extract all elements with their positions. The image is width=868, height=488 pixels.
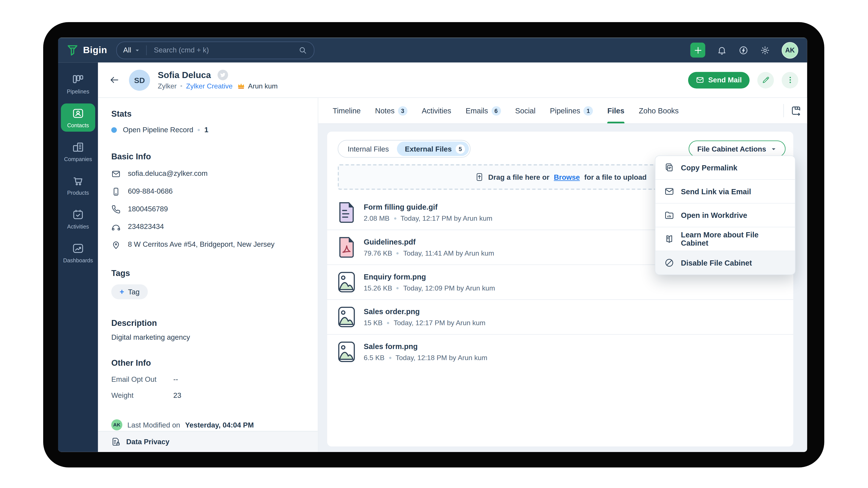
board-export-icon[interactable] — [790, 105, 802, 116]
user-avatar[interactable]: AK — [782, 42, 798, 59]
other-info-row: Email Opt Out -- — [111, 375, 305, 383]
tab-zoho-books[interactable]: Zoho Books — [639, 98, 679, 123]
account-link[interactable]: Zylker Creative — [186, 82, 232, 90]
products-cart-icon — [72, 175, 84, 187]
kebab-menu-icon — [786, 76, 794, 84]
plus-icon: + — [120, 289, 124, 295]
search-scope-label: All — [123, 46, 131, 54]
address-row[interactable]: 8 W Cerritos Ave #54, Bridgeport, New Je… — [111, 240, 305, 249]
file-detail: Today, 12:17 PM by Arun kum — [394, 319, 485, 327]
tab-label: Files — [608, 106, 625, 115]
global-search-bar[interactable]: All — [116, 41, 314, 59]
bigin-funnel-logo-icon — [66, 44, 79, 56]
file-name[interactable]: Enquiry form.png — [364, 272, 495, 281]
stats-open-pipeline-row[interactable]: Open Pipeline Record 1 — [111, 126, 305, 134]
settings-gear-icon[interactable] — [760, 45, 770, 55]
menu-item-open-in-workdrive[interactable]: Open in Workdrive — [655, 203, 795, 227]
brand[interactable]: Bigin — [58, 44, 107, 56]
edit-pencil-button[interactable] — [757, 71, 774, 88]
send-mail-button[interactable]: Send Mail — [688, 71, 749, 88]
device-frame: Bigin All AK — [43, 22, 824, 467]
dot-separator — [397, 252, 399, 254]
sidebar-item-companies[interactable]: Companies — [61, 137, 95, 165]
sidebar-item-products[interactable]: Products — [61, 171, 95, 199]
quick-add-button[interactable] — [690, 42, 705, 58]
fax-row[interactable]: 234823434 — [111, 222, 305, 232]
owner-crown-icon — [237, 82, 245, 90]
external-files-toggle[interactable]: External Files 5 — [397, 141, 469, 156]
companies-building-icon — [72, 141, 84, 153]
record-tabbar: Timeline Notes3 Activities Emails6 Socia… — [318, 98, 807, 124]
menu-item-send-link-via-email[interactable]: Send Link via Email — [655, 179, 795, 203]
menu-item-label: Learn More about File Cabinet — [681, 231, 786, 247]
updates-bolt-icon[interactable] — [739, 45, 748, 55]
dot-separator — [387, 322, 389, 324]
tab-activities[interactable]: Activities — [422, 98, 451, 123]
activities-calendar-icon — [72, 208, 84, 221]
file-row[interactable]: Sales form.png 6.5 KBToday, 12:18 PM by … — [327, 334, 794, 369]
copy-icon — [664, 163, 674, 172]
back-arrow-icon[interactable] — [109, 74, 120, 85]
mobile-row[interactable]: 609-884-0686 — [111, 187, 305, 196]
file-name[interactable]: Sales order.png — [364, 307, 485, 316]
record-owner: Arun kum — [248, 82, 278, 90]
tab-label: Timeline — [333, 106, 361, 115]
tab-pipelines[interactable]: Pipelines1 — [550, 98, 593, 123]
topbar-actions: AK — [690, 42, 807, 59]
file-cabinet-actions-button[interactable]: File Cabinet Actions — [688, 140, 785, 157]
more-options-button[interactable] — [782, 71, 798, 88]
pdf-file-icon — [337, 236, 356, 258]
menu-item-learn-more-file-cabinet[interactable]: Learn More about File Cabinet — [655, 227, 795, 251]
data-privacy-section[interactable]: Data Privacy — [98, 431, 318, 452]
stats-title: Stats — [111, 109, 305, 118]
tab-files[interactable]: Files — [608, 98, 625, 123]
field-value: -- — [173, 375, 178, 383]
tab-badge: 1 — [584, 106, 593, 115]
record-header: SD Sofia Deluca Zylker Zylker Creative — [98, 62, 807, 98]
sidebar-item-activities[interactable]: Activities — [61, 205, 95, 233]
menu-item-copy-permalink[interactable]: Copy Permalink — [655, 156, 795, 179]
tab-social[interactable]: Social — [515, 98, 536, 123]
file-row[interactable]: Sales order.png 15 KBToday, 12:17 PM by … — [327, 299, 794, 334]
sidebar-label: Activities — [67, 224, 89, 230]
search-scope-dropdown[interactable]: All — [123, 46, 140, 54]
upload-text: for a file to upload — [584, 173, 647, 181]
chevron-down-icon — [134, 47, 140, 53]
file-cabinet-actions-label: File Cabinet Actions — [697, 144, 766, 153]
email-row[interactable]: sofia.deluca@zylker.com — [111, 169, 305, 178]
file-name[interactable]: Form filling guide.gif — [364, 203, 492, 211]
pipelines-kanban-icon — [72, 73, 84, 86]
menu-item-label: Disable File Cabinet — [681, 259, 752, 267]
twitter-icon[interactable] — [218, 70, 228, 80]
tab-emails[interactable]: Emails6 — [466, 98, 501, 123]
tab-label: Notes — [375, 106, 395, 115]
file-detail: Today, 11:41 AM by Arun kum — [403, 249, 494, 257]
internal-files-toggle[interactable]: Internal Files — [339, 140, 397, 157]
tab-timeline[interactable]: Timeline — [333, 98, 361, 123]
basic-info-title: Basic Info — [111, 152, 305, 161]
menu-item-disable-file-cabinet[interactable]: Disable File Cabinet — [655, 251, 795, 274]
file-name[interactable]: Guidelines.pdf — [364, 238, 494, 246]
email-icon — [111, 169, 121, 178]
tab-badge: 3 — [398, 106, 407, 115]
search-icon[interactable] — [298, 46, 307, 55]
sidebar-item-dashboards[interactable]: Dashboards — [61, 238, 95, 267]
add-tag-button[interactable]: + Tag — [111, 285, 148, 299]
file-name[interactable]: Sales form.png — [364, 342, 487, 350]
file-detail: Today, 12:09 PM by Arun kum — [403, 284, 495, 292]
sidebar-item-contacts[interactable]: Contacts — [61, 103, 95, 132]
tabbar-divider — [783, 104, 784, 117]
phone-row[interactable]: 1800456789 — [111, 205, 305, 214]
sidebar-label: Companies — [64, 156, 92, 162]
browse-link[interactable]: Browse — [554, 173, 580, 181]
sidebar-label: Dashboards — [63, 257, 93, 263]
gif-file-icon — [337, 201, 356, 224]
sidebar-item-pipelines[interactable]: Pipelines — [61, 70, 95, 98]
file-size: 2.08 MB — [364, 215, 390, 222]
tab-notes[interactable]: Notes3 — [375, 98, 407, 123]
files-scope-toggle: Internal Files External Files 5 — [338, 140, 470, 158]
phone-value: 1800456789 — [128, 205, 168, 213]
notifications-bell-icon[interactable] — [717, 45, 727, 55]
menu-item-label: Send Link via Email — [681, 187, 751, 196]
search-input[interactable] — [153, 45, 298, 55]
